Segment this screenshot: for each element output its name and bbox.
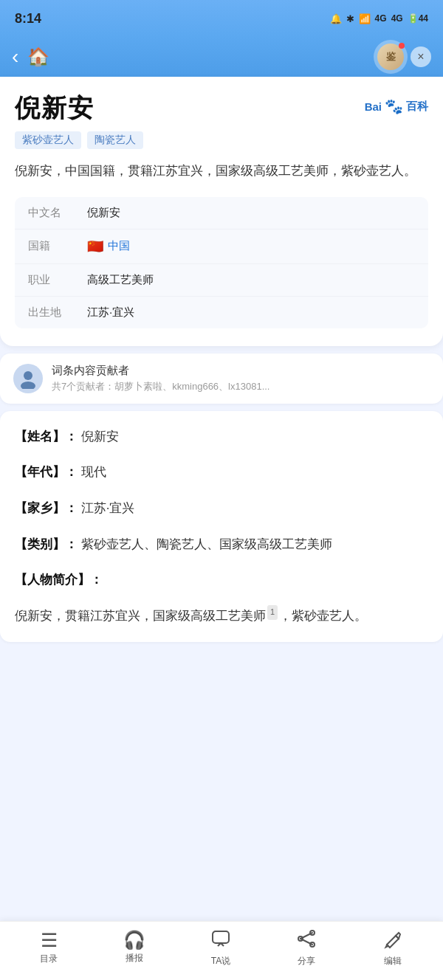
catalog-icon: ☰ xyxy=(41,931,58,950)
tag-ceramic: 陶瓷艺人 xyxy=(87,131,143,149)
section-value-hometown: 江苏·宜兴 xyxy=(81,501,135,515)
section-label-intro: 【人物简介】： xyxy=(15,573,103,587)
section-label-era: 【年代】： xyxy=(15,465,78,479)
para-text: 倪新安，贯籍江苏宜兴，国家级高级工艺美师 xyxy=(15,609,266,623)
content-area: 倪新安 Bai 🐾 百科 紫砂壶艺人 陶瓷艺人 倪新安，中国国籍，贯籍江苏宜兴，… xyxy=(0,77,443,708)
card-header: 倪新安 Bai 🐾 百科 xyxy=(15,92,428,125)
bottom-nav-item-catalog[interactable]: ☰ 目录 xyxy=(40,931,58,965)
table-row-birthplace: 出生地 江苏·宜兴 xyxy=(15,297,428,328)
section-label-hometown: 【家乡】： xyxy=(15,501,78,515)
avatar: 鉴 xyxy=(377,44,404,70)
bluetooth-icon: ✱ xyxy=(346,13,354,24)
article-section-intro-header: 【人物简介】： xyxy=(15,569,428,592)
article-section-name: 【姓名】： 倪新安 xyxy=(15,426,428,449)
table-row-job: 职业 高级工艺美师 xyxy=(15,264,428,297)
article-section-category: 【类别】： 紫砂壶艺人、陶瓷艺人、国家级高级工艺美师 xyxy=(15,534,428,556)
section-value-name: 倪新安 xyxy=(81,429,119,444)
value-birthplace: 江苏·宜兴 xyxy=(87,306,134,320)
bottom-nav-item-share[interactable]: 分享 xyxy=(296,928,317,967)
person-name: 倪新安 xyxy=(15,92,95,125)
article-section-hometown: 【家乡】： 江苏·宜兴 xyxy=(15,497,428,520)
alarm-icon: 🔔 xyxy=(330,13,342,24)
article-paragraph: 倪新安，贯籍江苏宜兴，国家级高级工艺美师1，紫砂壶艺人。 xyxy=(15,605,428,628)
value-chinese-name: 倪新安 xyxy=(87,206,120,220)
status-time: 8:14 xyxy=(15,11,41,27)
tags-row: 紫砂壶艺人 陶瓷艺人 xyxy=(15,131,428,149)
nav-bar: ‹ 🏠 鉴 × xyxy=(0,37,443,77)
bottom-nav-item-edit[interactable]: 编辑 xyxy=(382,928,403,967)
article-section-era: 【年代】： 现代 xyxy=(15,461,428,484)
contributor-title: 词条内容贡献者 xyxy=(52,364,269,378)
svg-point-0 xyxy=(24,371,32,380)
baidu-paw-icon: 🐾 xyxy=(385,97,403,115)
label-job: 职业 xyxy=(28,273,87,287)
reference-1: 1 xyxy=(267,605,278,620)
contributor-card: 词条内容贡献者 共7个贡献者：胡萝卜素啦、kkming666、lx13081..… xyxy=(0,353,443,404)
broadcast-icon: 🎧 xyxy=(123,931,145,949)
signal-icon: 📶 xyxy=(359,13,371,24)
intro-text: 倪新安，中国国籍，贯籍江苏宜兴，国家级高级工艺美师，紫砂壶艺人。 xyxy=(15,161,428,182)
baidu-brand-text: Bai xyxy=(365,100,382,113)
value-nationality: 🇨🇳 中国 xyxy=(87,238,130,255)
section-value-era: 现代 xyxy=(81,465,106,479)
label-birthplace: 出生地 xyxy=(28,306,87,320)
tasay-icon xyxy=(210,928,231,952)
info-table: 中文名 倪新安 国籍 🇨🇳 中国 职业 高级工艺美师 出生地 江苏·宜兴 xyxy=(15,197,428,328)
china-flag-icon: 🇨🇳 xyxy=(87,238,103,255)
bottom-nav: ☰ 目录 🎧 播报 TA说 分享 xyxy=(0,921,443,980)
broadcast-label: 播报 xyxy=(126,952,143,965)
edit-label: 编辑 xyxy=(384,955,402,967)
svg-point-1 xyxy=(21,382,35,389)
label-chinese-name: 中文名 xyxy=(28,206,87,220)
battery-icon: 🔋44 xyxy=(408,13,428,24)
tasay-label: TA说 xyxy=(211,955,230,967)
status-icons: 🔔 ✱ 📶 4G 4G 🔋44 xyxy=(330,13,428,24)
section-label-name: 【姓名】： xyxy=(15,429,78,444)
back-button[interactable]: ‹ xyxy=(12,45,18,69)
catalog-label: 目录 xyxy=(40,953,58,965)
svg-rect-2 xyxy=(213,931,229,943)
bottom-nav-item-tasay[interactable]: TA说 xyxy=(210,928,231,967)
section-value-category: 紫砂壶艺人、陶瓷艺人、国家级高级工艺美师 xyxy=(81,537,332,551)
section-label-category: 【类别】： xyxy=(15,537,78,551)
bottom-nav-item-broadcast[interactable]: 🎧 播报 xyxy=(123,931,145,965)
network-4g-2: 4G xyxy=(391,13,403,24)
contributor-names: 共7个贡献者：胡萝卜素啦、kkming666、lx13081... xyxy=(52,380,269,393)
contributor-avatar-icon xyxy=(13,364,43,393)
status-bar: 8:14 🔔 ✱ 📶 4G 4G 🔋44 xyxy=(0,0,443,37)
article-card: 【姓名】： 倪新安 【年代】： 现代 【家乡】： 江苏·宜兴 【类别】： 紫砂壶… xyxy=(0,411,443,643)
user-avatar-button[interactable]: 鉴 xyxy=(374,40,408,74)
china-text: 中国 xyxy=(108,239,130,253)
value-job: 高级工艺美师 xyxy=(87,273,154,287)
edit-icon xyxy=(382,928,403,952)
baidu-logo: Bai 🐾 百科 xyxy=(365,97,428,115)
tag-zisha: 紫砂壶艺人 xyxy=(15,131,81,149)
share-icon xyxy=(296,928,317,952)
table-row-name: 中文名 倪新安 xyxy=(15,197,428,230)
para-end: ，紫砂壶艺人。 xyxy=(279,609,367,623)
label-nationality: 国籍 xyxy=(28,239,87,253)
home-button[interactable]: 🏠 xyxy=(27,46,49,67)
table-row-nationality: 国籍 🇨🇳 中国 xyxy=(15,230,428,264)
close-button[interactable]: × xyxy=(411,46,431,67)
baike-brand-text: 百科 xyxy=(406,100,428,114)
contributor-info: 词条内容贡献者 共7个贡献者：胡萝卜素啦、kkming666、lx13081..… xyxy=(52,364,269,393)
share-label: 分享 xyxy=(298,955,315,967)
info-card: 倪新安 Bai 🐾 百科 紫砂壶艺人 陶瓷艺人 倪新安，中国国籍，贯籍江苏宜兴，… xyxy=(0,77,443,346)
network-4g-1: 4G xyxy=(375,13,387,24)
